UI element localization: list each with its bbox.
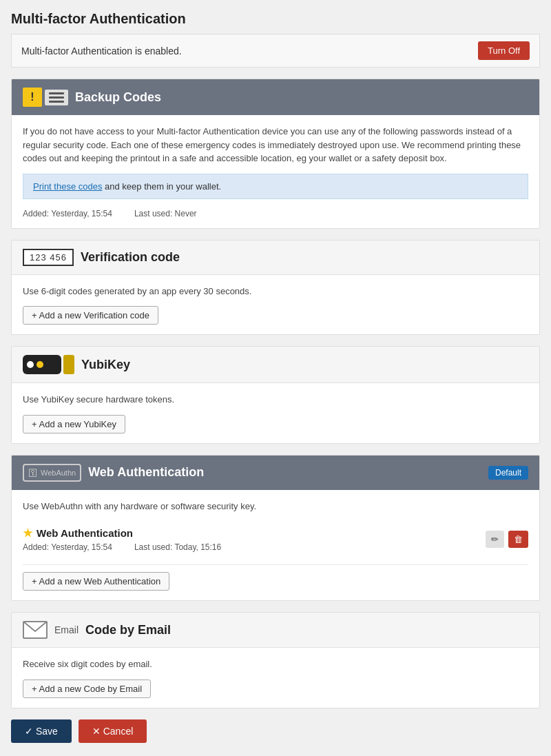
web-authn-description: Use WebAuthn with any hardware or softwa… xyxy=(23,500,528,513)
edit-web-authn-button[interactable]: ✏ xyxy=(486,531,504,548)
cancel-button[interactable]: ✕ Cancel xyxy=(79,719,147,743)
backup-codes-description: If you do not have access to your Multi-… xyxy=(23,125,528,165)
web-authn-item-name: ★ Web Authentication xyxy=(23,527,486,540)
yubikey-body-icon xyxy=(23,355,61,374)
web-authn-title: Web Authentication xyxy=(88,465,204,480)
list-lines-icon xyxy=(45,90,68,105)
turn-off-button[interactable]: Turn Off xyxy=(478,41,530,60)
yubikey-section: YubiKey Use YubiKey secure hardware toke… xyxy=(11,346,540,444)
web-authn-last-used: Last used: Today, 15:16 xyxy=(134,542,221,552)
backup-codes-meta: Added: Yesterday, 15:54 Last used: Never xyxy=(23,209,528,218)
status-text: Multi-factor Authentication is enabled. xyxy=(21,45,182,57)
verification-code-header: 123 456 Verification code xyxy=(12,241,539,275)
web-authn-item-meta: Added: Yesterday, 15:54 Last used: Today… xyxy=(23,542,486,552)
backup-added: Added: Yesterday, 15:54 xyxy=(23,209,112,218)
web-authn-section: ⚿ WebAuthn Web Authentication Default Us… xyxy=(11,455,540,602)
email-section: Email Code by Email Receive six digit co… xyxy=(11,612,540,708)
yubikey-description: Use YubiKey secure hardware tokens. xyxy=(23,393,528,407)
web-authn-item-info: ★ Web Authentication Added: Yesterday, 1… xyxy=(23,527,486,552)
web-authn-item: ★ Web Authentication Added: Yesterday, 1… xyxy=(23,521,528,558)
webauthn-icon-label: WebAuthn xyxy=(41,469,76,477)
web-authn-item-actions: ✏ 🗑 xyxy=(486,531,528,548)
default-badge: Default xyxy=(488,466,528,480)
yubikey-icon xyxy=(23,355,74,374)
email-icon-label: Email xyxy=(54,624,79,635)
verification-code-icon: 123 456 xyxy=(23,249,74,266)
add-web-authn-button[interactable]: + Add a new Web Authentication xyxy=(23,572,169,591)
email-title: Code by Email xyxy=(85,623,171,637)
add-yubikey-button[interactable]: + Add a new YubiKey xyxy=(23,415,125,433)
yubikey-body: Use YubiKey secure hardware tokens. + Ad… xyxy=(12,383,539,443)
web-authn-item-label: Web Authentication xyxy=(37,527,133,539)
web-authn-body: Use WebAuthn with any hardware or softwa… xyxy=(12,490,539,601)
verification-code-section: 123 456 Verification code Use 6-digit co… xyxy=(11,240,540,336)
backup-codes-title: Backup Codes xyxy=(75,90,161,105)
add-verification-code-button[interactable]: + Add a new Verification code xyxy=(23,306,158,325)
verification-code-title: Verification code xyxy=(81,250,180,265)
print-suffix: and keep them in your wallet. xyxy=(102,181,221,192)
key-icon: ⚿ xyxy=(28,467,38,478)
yubikey-title: YubiKey xyxy=(81,358,130,372)
backup-codes-header: ! Backup Codes xyxy=(12,79,539,115)
star-icon: ★ xyxy=(23,527,32,540)
page-title: Multi-factor Authentication xyxy=(11,11,540,27)
backup-codes-section: ! Backup Codes If you do not have access… xyxy=(11,79,540,229)
add-email-code-button[interactable]: + Add a new Code by Email xyxy=(23,680,151,698)
save-button[interactable]: ✓ Save xyxy=(11,719,72,743)
divider xyxy=(23,564,528,565)
webauthn-icon: ⚿ WebAuthn xyxy=(23,464,81,482)
delete-web-authn-button[interactable]: 🗑 xyxy=(508,531,528,548)
yubikey-led-icon xyxy=(37,361,43,368)
email-body: Receive six digit codes by email. + Add … xyxy=(12,648,539,708)
yubikey-dot-icon xyxy=(27,361,34,368)
backup-codes-icon: ! xyxy=(23,88,68,107)
email-header: Email Code by Email xyxy=(12,613,539,648)
web-authn-added: Added: Yesterday, 15:54 xyxy=(23,542,112,552)
footer-buttons: ✓ Save ✕ Cancel xyxy=(11,719,540,743)
email-icon xyxy=(23,621,48,639)
email-description: Receive six digit codes by email. xyxy=(23,657,528,671)
backup-last-used: Last used: Never xyxy=(134,209,197,218)
verification-code-body: Use 6-digit codes generated by an app ev… xyxy=(12,275,539,335)
yubikey-header: YubiKey xyxy=(12,347,539,383)
print-link[interactable]: Print these codes xyxy=(33,181,102,192)
backup-codes-body: If you do not have access to your Multi-… xyxy=(12,115,539,228)
exclamation-icon: ! xyxy=(23,88,42,107)
verification-code-description: Use 6-digit codes generated by an app ev… xyxy=(23,285,528,298)
yubikey-stripe-icon xyxy=(63,355,74,374)
status-bar: Multi-factor Authentication is enabled. … xyxy=(11,34,540,68)
web-authn-header: ⚿ WebAuthn Web Authentication Default xyxy=(12,456,539,490)
print-box: Print these codes and keep them in your … xyxy=(23,174,528,199)
